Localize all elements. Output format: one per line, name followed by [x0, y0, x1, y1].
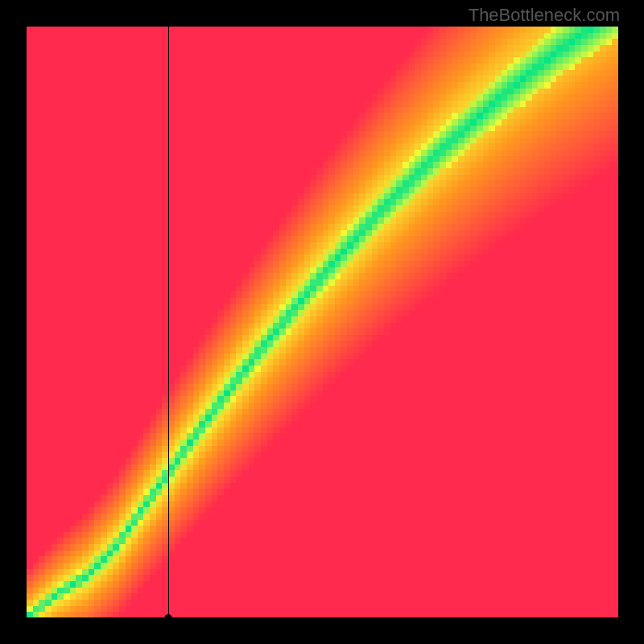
crosshair-vertical: [168, 27, 169, 618]
heatmap-canvas: [27, 27, 618, 618]
selection-marker[interactable]: [164, 614, 172, 622]
watermark-text: TheBottleneck.com: [469, 5, 620, 26]
heatmap-plot: [27, 27, 618, 618]
crosshair-horizontal: [27, 617, 618, 618]
